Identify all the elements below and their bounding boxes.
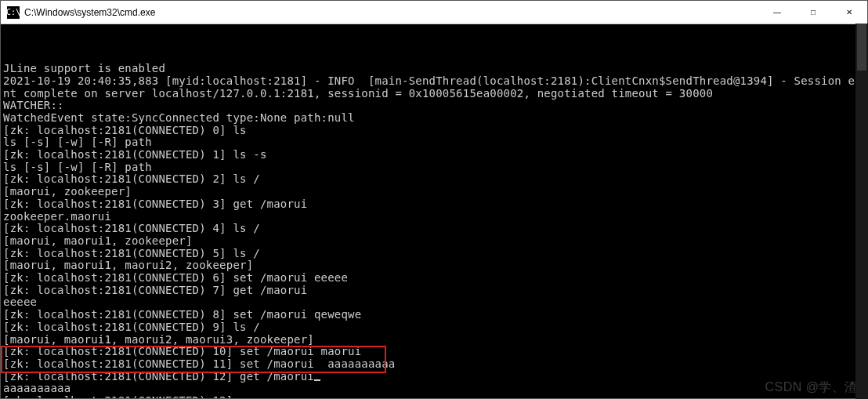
terminal-line: JLine support is enabled [3,63,865,75]
terminal-line: eeeee [3,296,865,309]
terminal-line: [zk: localhost:2181(CONNECTED) 0] ls [3,125,865,137]
terminal-line: [zk: localhost:2181(CONNECTED) 11] set /… [3,358,865,371]
maximize-button[interactable]: □ [795,1,831,24]
terminal-line: [zk: localhost:2181(CONNECTED) 6] set /m… [3,272,865,285]
terminal-line: [maorui, zookeeper] [3,186,865,198]
terminal-line: aaaaaaaaaa [3,383,865,395]
window-controls: — □ ✕ [759,1,867,24]
terminal-line: [zk: localhost:2181(CONNECTED) 10] set /… [3,346,865,358]
terminal-line: [zk: localhost:2181(CONNECTED) 4] ls / [3,223,865,235]
window-title: C:\Windows\system32\cmd.exe [24,7,759,18]
terminal-line: ls [-s] [-w] [-R] path [3,136,865,149]
cmd-icon: C:\ [7,6,20,19]
terminal-line: [zk: localhost:2181(CONNECTED) 7] get /m… [3,285,865,297]
terminal-line: WatchedEvent state:SyncConnected type:No… [3,112,865,125]
terminal-line: WATCHER:: [3,100,865,112]
terminal-line: [zk: localhost:2181(CONNECTED) 5] ls / [3,248,865,260]
terminal-line: [zk: localhost:2181(CONNECTED) 2] ls / [3,173,865,186]
terminal-line: [maorui, maorui1, maorui2, maorui3, zook… [3,334,865,346]
terminal-line: [maorui, maorui1, zookeeper] [3,235,865,248]
text-cursor [314,379,320,381]
terminal-output[interactable]: JLine support is enabled2021-10-19 20:40… [1,24,867,398]
terminal-line: [zk: localhost:2181(CONNECTED) 8] set /m… [3,309,865,321]
terminal-line: [zk: localhost:2181(CONNECTED) 9] ls / [3,321,865,334]
minimize-button[interactable]: — [759,1,795,24]
terminal-line: ls [-s] [-w] [-R] path [3,161,865,174]
vertical-scrollbar[interactable] [855,24,868,399]
terminal-line: [maorui, maorui1, maorui2, zookeeper] [3,259,865,272]
cmd-window: C:\ C:\Windows\system32\cmd.exe — □ ✕ JL… [0,0,868,399]
scroll-thumb[interactable] [857,24,866,71]
titlebar[interactable]: C:\ C:\Windows\system32\cmd.exe — □ ✕ [1,1,867,24]
terminal-line: nt complete on server localhost/127.0.0.… [3,88,865,100]
terminal-line: zookeeper.maorui [3,211,865,223]
terminal-line: 2021-10-19 20:40:35,883 [myid:localhost:… [3,75,865,88]
terminal-line: [zk: localhost:2181(CONNECTED) 1] ls -s [3,149,865,161]
terminal-line: [zk: localhost:2181(CONNECTED) 12] get /… [3,371,865,383]
terminal-line: [zk: localhost:2181(CONNECTED) 13] [3,395,865,398]
close-button[interactable]: ✕ [831,1,867,24]
terminal-line: [zk: localhost:2181(CONNECTED) 3] get /m… [3,198,865,211]
